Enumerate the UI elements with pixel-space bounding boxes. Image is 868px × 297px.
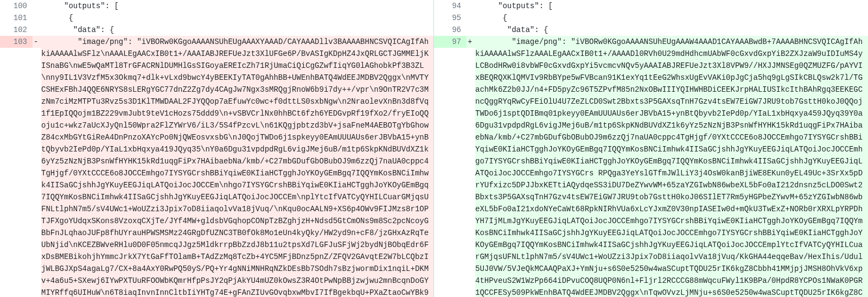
code-content: "data": { xyxy=(475,24,868,36)
diff-right-side: 94 "outputs": [95 {96 "data": {97+ "imag… xyxy=(434,0,868,297)
line-number: 96 xyxy=(434,24,467,36)
code-content: "image/png": "iVBORw0KGgoAAAANSUhEUgAAAX… xyxy=(41,36,433,297)
diff-line[interactable]: 97+ "image/png": "iVBORw0KGgoAAAANSUhEUg… xyxy=(434,36,868,297)
diff-line[interactable]: 100 "outputs": [ xyxy=(0,0,433,12)
diff-left-side: 100 "outputs": [101 {102 "data": {103- "… xyxy=(0,0,434,297)
line-number: 100 xyxy=(0,0,33,12)
diff-line[interactable]: 101 { xyxy=(0,12,433,24)
line-number: 94 xyxy=(434,0,467,12)
diff-line[interactable]: 96 "data": { xyxy=(434,24,868,36)
code-content: "image/png": "iVBORw0KGgoAAAANSUhEUgAAAW… xyxy=(475,36,868,297)
line-number: 102 xyxy=(0,24,33,36)
diff-marker: - xyxy=(33,36,41,48)
line-number: 95 xyxy=(434,12,467,24)
code-content: { xyxy=(475,12,868,24)
line-number: 103 xyxy=(0,36,33,48)
diff-marker: + xyxy=(467,36,475,48)
code-content: "outputs": [ xyxy=(41,0,433,12)
diff-line[interactable]: 103- "image/png": "iVBORw0KGgoAAAANSUhEU… xyxy=(0,36,433,297)
code-content: "outputs": [ xyxy=(475,0,868,12)
code-content: "data": { xyxy=(41,24,433,36)
code-content: { xyxy=(41,12,433,24)
diff-split-view: 100 "outputs": [101 {102 "data": {103- "… xyxy=(0,0,868,297)
line-number: 101 xyxy=(0,12,33,24)
diff-line[interactable]: 94 "outputs": [ xyxy=(434,0,868,12)
line-number: 97 xyxy=(434,36,467,48)
diff-line[interactable]: 102 "data": { xyxy=(0,24,433,36)
diff-line[interactable]: 95 { xyxy=(434,12,868,24)
